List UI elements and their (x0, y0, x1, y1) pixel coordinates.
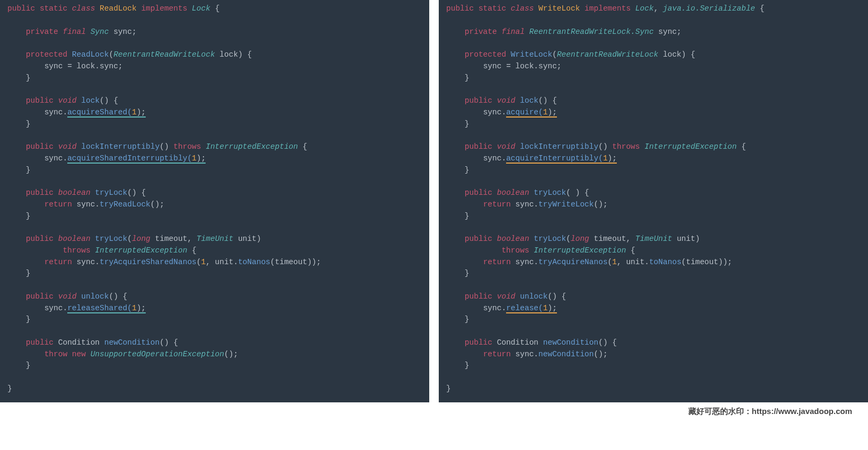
brace: } (26, 74, 31, 82)
kw-return: return (483, 350, 511, 358)
call: tryWriteLock (538, 200, 594, 209)
brace: { (760, 4, 765, 13)
tail: ( ) { (566, 188, 589, 197)
brace: { (303, 142, 307, 151)
sync: sync. (483, 154, 507, 163)
end: (); (594, 200, 607, 209)
brace: } (465, 120, 470, 128)
var-sync: sync; (113, 28, 137, 36)
kw-void: void (58, 142, 77, 151)
kw-boolean: boolean (497, 235, 529, 243)
code-comparison: public static class ReadLock implements … (0, 0, 868, 402)
tail: () { (598, 338, 617, 347)
kw-public: public (7, 4, 35, 13)
kw-boolean: boolean (58, 188, 91, 197)
tail: () { (109, 292, 127, 301)
comma: , (654, 4, 659, 13)
tail: () { (100, 96, 118, 105)
kw-class: class (72, 4, 95, 13)
call-release: releaseShared(1); (67, 304, 146, 313)
end: (timeout)); (681, 258, 732, 266)
kw-public: public (465, 235, 492, 243)
kw-void: void (497, 96, 516, 105)
call-acquire: acquire(1); (506, 108, 557, 118)
watermark-text: 藏好可恶的水印： (688, 407, 752, 416)
exc: InterruptedException (95, 246, 187, 255)
kw-implements: implements (584, 4, 631, 13)
kw-return: return (45, 258, 72, 266)
stmt: sync = lock.sync; (45, 62, 123, 70)
brace: } (446, 384, 451, 393)
writelock-code-panel: public static class WriteLock implements… (439, 0, 868, 402)
class-name: WriteLock (538, 4, 580, 13)
type-sync: Sync (91, 28, 109, 36)
param-type: ReentrantReadWriteLock (557, 50, 658, 59)
kw-return: return (483, 200, 511, 209)
kw-class: class (511, 4, 534, 13)
method-newcond: newCondition (543, 338, 598, 347)
brace: } (465, 166, 470, 174)
kw-implements: implements (141, 4, 187, 13)
open: ( (608, 258, 613, 266)
kw-void: void (497, 292, 516, 301)
exc: UnsupportedOperationException (91, 350, 224, 358)
brace: } (26, 269, 31, 277)
kw-throws: throws (63, 246, 90, 255)
parens: () (160, 142, 169, 151)
tail: () { (538, 96, 557, 105)
brace: } (465, 315, 470, 323)
var-sync: sync; (658, 28, 681, 36)
kw-static: static (479, 4, 506, 13)
kw-new: new (72, 350, 86, 358)
kw-public: public (465, 338, 492, 347)
kw-public: public (26, 188, 54, 197)
param-type: ReentrantReadWriteLock (113, 50, 215, 59)
brace: } (26, 361, 31, 370)
p2: unit) (238, 235, 261, 243)
brace: } (26, 212, 31, 220)
end: (); (150, 200, 164, 209)
sync: sync. (483, 304, 507, 312)
stmt: sync = lock.sync; (483, 62, 562, 70)
open: ( (197, 258, 201, 266)
type-sync: ReentrantReadWriteLock.Sync (529, 28, 654, 36)
call-acq-int: acquireInterruptibly(1); (506, 154, 617, 164)
kw-public: public (26, 338, 54, 347)
kw-public: public (26, 292, 54, 301)
ret-type: Condition (497, 338, 538, 347)
kw-throws: throws (501, 246, 529, 255)
method-name: lockInterruptibly (520, 142, 598, 151)
method-unlock: unlock (81, 292, 109, 301)
sync: sync. (45, 154, 68, 163)
kw-static: static (40, 4, 67, 13)
kw-public: public (446, 4, 474, 13)
tail: () { (160, 338, 178, 347)
call: tryAcquireSharedNanos (100, 258, 197, 266)
sync: sync. (483, 108, 507, 116)
tail: () { (127, 188, 146, 197)
call: tryAcquireNanos (538, 258, 608, 266)
brace: } (465, 74, 470, 82)
sync: sync. (516, 200, 539, 209)
kw-return: return (45, 200, 72, 209)
kw-void: void (497, 142, 516, 151)
kw-void: void (58, 292, 77, 301)
kw-public: public (465, 142, 492, 151)
tail: ) { (681, 50, 695, 59)
brace: { (741, 142, 746, 151)
kw-private: private (26, 28, 58, 36)
param-name: lock (663, 50, 681, 59)
kw-throws: throws (612, 142, 640, 151)
readlock-code-panel: public static class ReadLock implements … (0, 0, 429, 402)
end: (); (224, 350, 238, 358)
watermark-footer: 藏好可恶的水印：https://www.javadoop.com (0, 402, 868, 420)
parens: () (598, 142, 607, 151)
ctor: ReadLock (72, 50, 109, 59)
kw-public: public (465, 96, 492, 105)
call-release: release(1); (506, 304, 557, 313)
kw-boolean: boolean (497, 188, 529, 197)
tail: ) { (238, 50, 252, 59)
kw-final: final (501, 28, 525, 36)
end: (timeout)); (270, 258, 321, 266)
iface-lock: Lock (192, 4, 210, 13)
